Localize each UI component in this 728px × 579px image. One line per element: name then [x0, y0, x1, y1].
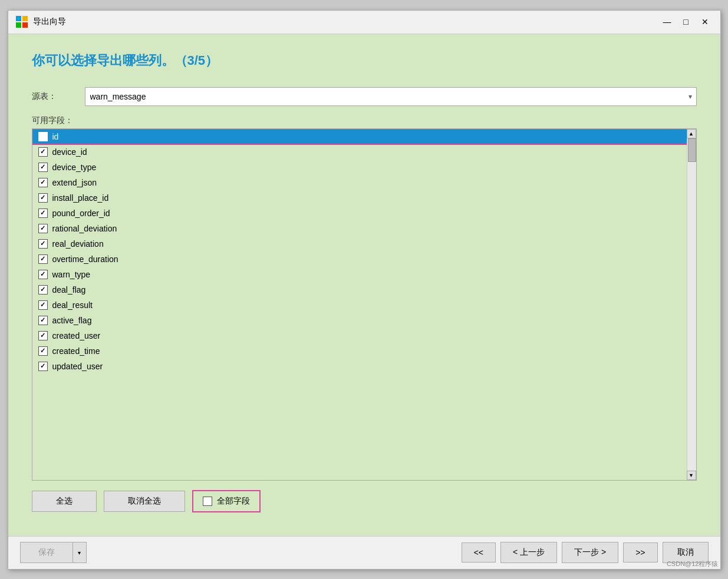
scroll-down-button[interactable]: ▼	[687, 471, 696, 480]
field-item-overtime-duration[interactable]: overtime_duration	[32, 252, 696, 267]
page-title: 你可以选择导出哪些列。（3/5）	[32, 52, 697, 70]
source-label: 源表：	[32, 91, 85, 102]
field-checkbox-pound-order-id	[38, 209, 48, 218]
field-name-device-id: device_id	[52, 147, 87, 157]
field-item-deal-result[interactable]: deal_result	[32, 297, 696, 313]
app-icon	[15, 15, 28, 28]
field-item-warn-type[interactable]: warn_type	[32, 267, 696, 282]
field-checkbox-id	[38, 132, 48, 141]
fields-label: 可用字段：	[32, 115, 697, 126]
field-name-created-user: created_user	[52, 331, 101, 340]
maximize-button[interactable]: □	[678, 15, 694, 29]
nav-next-button[interactable]: 下一步 >	[562, 542, 618, 563]
bottom-buttons: 全选 取消全选 全部字段	[32, 490, 697, 512]
field-item-active-flag[interactable]: active_flag	[32, 313, 696, 328]
field-item-created-user[interactable]: created_user	[32, 328, 696, 343]
deselect-all-button[interactable]: 取消全选	[104, 491, 185, 512]
field-item-updated-user[interactable]: updated_user	[32, 359, 696, 374]
select-all-button[interactable]: 全选	[32, 491, 97, 512]
save-dropdown-arrow[interactable]: ▾	[73, 542, 87, 563]
field-name-deal-flag: deal_flag	[52, 285, 86, 295]
field-item-install-place-id[interactable]: install_place_id	[32, 190, 696, 206]
field-name-deal-result: deal_result	[52, 300, 93, 310]
field-list: id device_id device_type extend_json	[32, 129, 696, 374]
field-checkbox-updated-user	[38, 362, 48, 371]
field-checkbox-created-user	[38, 331, 48, 340]
field-checkbox-deal-flag	[38, 285, 48, 295]
title-bar: 导出向导 — □ ✕	[8, 11, 720, 34]
nav-first-button[interactable]: <<	[462, 542, 496, 563]
field-name-extend-json: extend_json	[52, 178, 97, 187]
field-checkbox-warn-type	[38, 270, 48, 279]
footer-bar: 保存 ▾ << < 上一步 下一步 > >> 取消	[8, 536, 720, 569]
field-name-device-type: device_type	[52, 163, 97, 172]
field-name-rational-deviation: rational_deviation	[52, 224, 117, 233]
all-fields-checkbox[interactable]	[203, 497, 212, 506]
field-item-extend-json[interactable]: extend_json	[32, 175, 696, 190]
save-button[interactable]: 保存	[20, 542, 73, 563]
field-checkbox-device-type	[38, 163, 48, 172]
field-checkbox-extend-json	[38, 178, 48, 187]
source-table-row: 源表： warn_message ▾	[32, 87, 697, 106]
field-item-device-type[interactable]: device_type	[32, 160, 696, 175]
field-checkbox-active-flag	[38, 316, 48, 325]
field-checkbox-deal-result	[38, 300, 48, 310]
field-checkbox-device-id	[38, 147, 48, 157]
scrollbar-track[interactable]: ▲ ▼	[687, 129, 696, 480]
save-button-group: 保存 ▾	[20, 542, 87, 563]
field-name-real-deviation: real_deviation	[52, 239, 104, 249]
all-fields-option[interactable]: 全部字段	[192, 490, 261, 512]
window-controls: — □ ✕	[659, 15, 713, 29]
field-item-device-id[interactable]: device_id	[32, 144, 696, 160]
field-item-id[interactable]: id	[32, 129, 696, 144]
field-item-rational-deviation[interactable]: rational_deviation	[32, 221, 696, 236]
close-button[interactable]: ✕	[697, 15, 713, 29]
window-title: 导出向导	[33, 16, 66, 27]
field-list-container[interactable]: id device_id device_type extend_json	[32, 128, 697, 481]
source-table-select[interactable]: warn_message	[85, 87, 697, 106]
field-name-pound-order-id: pound_order_id	[52, 209, 110, 218]
nav-prev-button[interactable]: < 上一步	[500, 542, 557, 563]
field-name-warn-type: warn_type	[52, 270, 91, 279]
svg-rect-2	[16, 22, 21, 28]
field-name-install-place-id: install_place_id	[52, 193, 109, 203]
field-checkbox-rational-deviation	[38, 224, 48, 233]
all-fields-label: 全部字段	[217, 496, 250, 507]
field-item-created-time[interactable]: created_time	[32, 343, 696, 359]
field-item-pound-order-id[interactable]: pound_order_id	[32, 206, 696, 221]
field-name-created-time: created_time	[52, 346, 100, 356]
scroll-up-button[interactable]: ▲	[687, 129, 696, 138]
field-name-id: id	[52, 132, 59, 141]
nav-last-button[interactable]: >>	[623, 542, 657, 563]
field-checkbox-created-time	[38, 346, 48, 356]
field-item-deal-flag[interactable]: deal_flag	[32, 282, 696, 297]
svg-rect-0	[16, 16, 21, 21]
scrollbar-thumb[interactable]	[688, 138, 696, 162]
source-select-wrapper: warn_message ▾	[85, 87, 697, 106]
watermark: CSDN@12程序猿	[667, 560, 719, 568]
field-checkbox-install-place-id	[38, 193, 48, 203]
field-item-real-deviation[interactable]: real_deviation	[32, 236, 696, 252]
svg-rect-1	[22, 16, 28, 21]
minimize-button[interactable]: —	[659, 15, 676, 29]
svg-rect-3	[22, 22, 28, 28]
field-checkbox-real-deviation	[38, 239, 48, 249]
field-name-active-flag: active_flag	[52, 316, 92, 325]
content-area: 你可以选择导出哪些列。（3/5） 源表： warn_message ▾ 可用字段…	[8, 34, 720, 536]
field-name-overtime-duration: overtime_duration	[52, 254, 118, 264]
field-checkbox-overtime-duration	[38, 254, 48, 264]
field-name-updated-user: updated_user	[52, 362, 103, 371]
